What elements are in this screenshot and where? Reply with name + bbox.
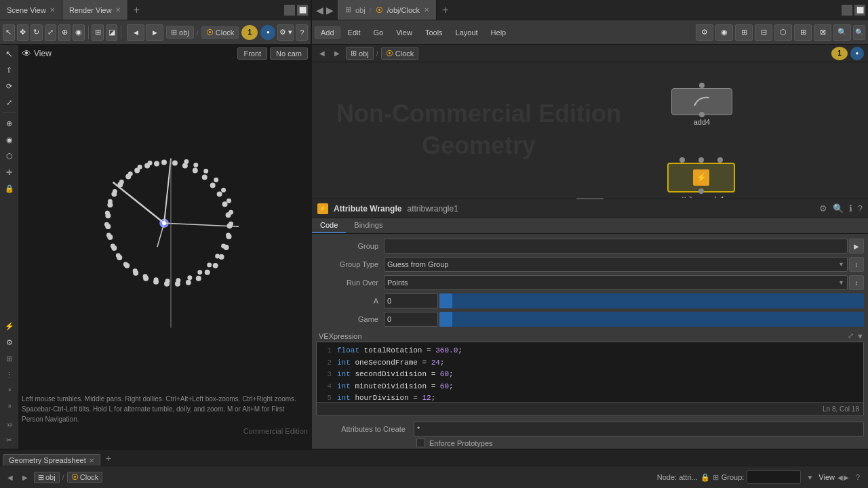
tab-right-close[interactable]: ✕ <box>424 6 429 14</box>
bottom-filter-btn[interactable]: ▼ <box>804 471 816 483</box>
nav-back[interactable]: ◀ <box>316 5 323 16</box>
tools-menu[interactable]: Tools <box>420 27 448 38</box>
geo-tab-add[interactable]: + <box>102 451 115 465</box>
bottom-group-input[interactable] <box>747 470 801 484</box>
help-menu[interactable]: Help <box>486 27 512 38</box>
tool-rotate[interactable]: ↻ <box>31 24 43 41</box>
vp-tool-4[interactable]: ⤢ <box>2 95 17 110</box>
vp-tool-12[interactable]: ⊞ <box>2 351 17 366</box>
right-layout-btn[interactable] <box>842 5 852 16</box>
tool-scale[interactable]: ⤢ <box>45 24 57 41</box>
vp-tool-9[interactable]: 🔒 <box>2 181 17 196</box>
game-slider[interactable] <box>439 312 864 327</box>
tool-select[interactable]: ↖ <box>3 24 15 41</box>
bottom-view-arrows[interactable]: ◀ ▶ <box>837 474 849 481</box>
net-clock-btn[interactable]: ⦿ Clock <box>381 47 419 60</box>
wrangle-search-btn[interactable]: 🔍 <box>833 203 844 214</box>
more-tools[interactable]: ⚙ ▾ <box>277 24 294 41</box>
tab-bindings[interactable]: Bindings <box>346 218 391 233</box>
net-tool-8[interactable]: 🔍 <box>833 24 851 41</box>
net-back[interactable]: ◀ <box>316 47 328 60</box>
tab-code[interactable]: Code <box>312 218 346 233</box>
net-tool-4[interactable]: ⊟ <box>755 24 772 41</box>
maximize-btn[interactable]: ⬜ <box>297 5 308 16</box>
bottom-clock-btn[interactable]: ⦿Clock <box>67 472 103 483</box>
tab-add-right[interactable]: + <box>437 0 454 20</box>
node-add4[interactable]: add4 <box>671 83 732 126</box>
enforce-checkbox[interactable] <box>416 439 425 447</box>
view-menu[interactable]: View <box>391 27 418 38</box>
front-btn[interactable]: Front <box>237 47 267 60</box>
a-slider[interactable] <box>439 293 864 308</box>
run-over-select[interactable]: Points ▼ <box>384 275 848 290</box>
net-tool-1[interactable]: ⚙ <box>696 24 713 41</box>
scene-view-close[interactable]: ✕ <box>50 6 55 14</box>
net-tool-3[interactable]: ⊞ <box>735 24 753 41</box>
net-fwd[interactable]: ▶ <box>331 47 343 60</box>
vp-tool-2[interactable]: ⇧ <box>2 62 17 77</box>
wrangle-settings-btn[interactable]: ⚙ <box>819 203 827 214</box>
net-obj-btn[interactable]: ⊞ obj <box>346 47 374 60</box>
help-btn[interactable]: ? <box>296 24 308 41</box>
net-tool-5[interactable]: ⬡ <box>774 24 792 41</box>
nav-arrows[interactable]: ◀ ▶ <box>127 24 163 41</box>
nav-back-vp[interactable]: ◀ <box>127 24 144 41</box>
obj-root-btn[interactable]: ⊞ obj <box>166 26 194 39</box>
run-over-btn[interactable]: ↕ <box>849 275 864 290</box>
wrangle-info-btn[interactable]: ℹ <box>849 203 852 214</box>
vp-tool-5[interactable]: ⊕ <box>2 116 17 131</box>
vp-tool-3[interactable]: ⟳ <box>2 79 17 94</box>
game-value-field[interactable]: 0 <box>384 312 438 327</box>
vex-expand[interactable]: ⤢ <box>848 331 854 340</box>
edit-menu[interactable]: Edit <box>342 27 366 38</box>
group-type-arrow[interactable]: ↕ <box>849 257 864 272</box>
render-view-close[interactable]: ✕ <box>115 6 121 14</box>
bottom-help-btn[interactable]: ? <box>852 471 864 483</box>
vp-tool-13[interactable]: ⋮ <box>2 367 17 382</box>
tool-6[interactable]: ⊞ <box>92 24 104 41</box>
tab-scene-view[interactable]: Scene View ✕ <box>0 0 62 20</box>
net-search[interactable]: 🔍 <box>853 25 865 40</box>
vp-tool-17[interactable]: ✂ <box>2 432 17 447</box>
layout-btn[interactable] <box>284 5 295 16</box>
vp-tool-15[interactable]: ⁸ <box>2 400 17 415</box>
attribs-input[interactable]: * <box>414 422 864 436</box>
net-frame-indicator[interactable]: 1 ● <box>831 47 864 60</box>
bottom-obj-btn[interactable]: ⊞obj <box>34 472 60 483</box>
clock-path-btn[interactable]: ⦿ Clock <box>201 26 239 39</box>
record-btn[interactable]: ● <box>260 25 275 40</box>
vex-editor[interactable]: 1 float totalRotation = 360.0; 2 int one… <box>316 342 864 416</box>
wrangle-help-btn[interactable]: ? <box>858 203 863 214</box>
add-menu[interactable]: Add <box>315 26 340 39</box>
tool-7[interactable]: ◪ <box>106 24 118 41</box>
vp-tool-7[interactable]: ⬡ <box>2 148 17 163</box>
net-tool-2[interactable]: ◉ <box>715 24 733 41</box>
geo-spreadsheet-tab[interactable]: Geometry Spreadsheet ✕ <box>3 454 100 466</box>
geo-tab-close[interactable]: ✕ <box>89 457 94 464</box>
vp-tool-1[interactable]: ↖ <box>2 46 17 61</box>
net-tool-6[interactable]: ⊞ <box>794 24 812 41</box>
vp-tool-6[interactable]: ◉ <box>2 132 17 147</box>
bottom-nav-back[interactable]: ◀ <box>4 471 16 483</box>
node-attribwrangle1[interactable]: ⚡ attribwrangle1 🔒 <box>667 157 735 198</box>
vp-tool-10[interactable]: ⚡ <box>2 319 17 333</box>
frame-btn[interactable]: 1 <box>241 25 258 40</box>
right-max-btn[interactable]: ⬜ <box>854 5 865 16</box>
vex-more[interactable]: ▼ <box>856 332 864 340</box>
tool-5[interactable]: ◉ <box>73 24 85 41</box>
vp-tool-16[interactable]: ₁₂ <box>2 416 17 431</box>
tool-manip[interactable]: ✥ <box>17 24 29 41</box>
group-input[interactable] <box>384 239 848 253</box>
cam-btn[interactable]: No cam <box>270 47 308 60</box>
group-type-select[interactable]: Guess from Group ▼ <box>384 257 848 272</box>
tab-add-left[interactable]: + <box>128 0 145 20</box>
bottom-nav-fwd[interactable]: ▶ <box>19 471 31 483</box>
nav-fwd-vp[interactable]: ▶ <box>146 24 163 41</box>
tab-render-view[interactable]: Render View ✕ <box>62 0 128 20</box>
vex-code-area[interactable]: 1 float totalRotation = 360.0; 2 int one… <box>317 342 863 402</box>
vp-tool-11[interactable]: ⚙ <box>2 335 17 350</box>
a-value-field[interactable]: 0 <box>384 293 438 308</box>
group-arrow-btn[interactable]: ▶ <box>849 239 864 253</box>
go-menu[interactable]: Go <box>368 27 389 38</box>
nav-forward[interactable]: ▶ <box>326 5 334 16</box>
